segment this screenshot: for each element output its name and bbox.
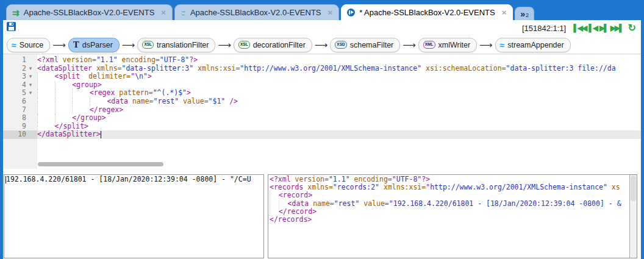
line-number: 1 xyxy=(3,56,26,65)
vertical-splitter[interactable] xyxy=(264,174,268,259)
pipeline-element-label: xmlWriter xyxy=(438,41,471,49)
indent-guide xyxy=(270,191,279,199)
code-line[interactable]: 3▾<split delimiter="\n"> xyxy=(3,73,641,81)
code-text: <regex pattern="^(.*)$"> xyxy=(37,89,641,98)
pipeline-element-decorationFilter[interactable]: XSLdecorationFilter xyxy=(234,38,312,52)
indent-guide xyxy=(72,89,90,98)
line-number: 5 xyxy=(3,89,26,98)
pipeline-element-xmlWriter[interactable]: XMLxmlWriter xyxy=(418,38,477,52)
tab-overflow-button[interactable]: »2 xyxy=(515,7,534,20)
editor-toolbar: [151842:1:1] ▌◀◀ ▌◀ ▶▌ ▶▶▌ ↻ xyxy=(3,20,641,37)
gutter-cell: 3▾ xyxy=(3,73,37,81)
line-number: 3 xyxy=(3,73,26,81)
code-line[interactable]: 7</regex> xyxy=(3,106,641,115)
tab-events-3[interactable]: * Apache-SSLBlackBox-V2.0-EVENTS× xyxy=(341,4,513,20)
indent-guide xyxy=(55,81,73,90)
pipeline-element-streamAppender[interactable]: ≈streamAppender xyxy=(495,38,571,52)
stream-icon: ≈ xyxy=(500,41,505,49)
output-line: </records> xyxy=(270,216,635,224)
pipeline-element-dsParser[interactable]: TdsParser xyxy=(68,38,120,52)
code-editor[interactable]: 1<?xml version="1.1" encoding="UTF-8"?>2… xyxy=(3,54,641,169)
step-last-icon[interactable]: ▶▶▌ xyxy=(610,24,623,32)
step-forward-icon[interactable]: ▶▌ xyxy=(599,24,608,32)
tab-title: * Apache-SSLBlackBox-V2.0-EVENTS xyxy=(359,8,495,17)
scrollbar-thumb[interactable] xyxy=(631,176,636,201)
code-line[interactable]: 8</group> xyxy=(3,114,641,122)
indent-guide xyxy=(55,89,73,98)
code-line[interactable]: 9</split> xyxy=(3,122,641,131)
pipeline-element-label: translationFilter xyxy=(157,41,209,49)
indent-guide xyxy=(90,98,107,106)
indent-guide xyxy=(37,89,55,98)
code-text: </dataSplitter> xyxy=(37,130,641,139)
step-backward-icon[interactable]: ▌◀ xyxy=(589,24,597,32)
stepping-controls: [151842:1:1] ▌◀◀ ▌◀ ▶▌ ▶▶▌ ↻ xyxy=(522,20,636,36)
indent-guide xyxy=(72,98,90,106)
code-text: </regex> xyxy=(37,106,641,115)
code-line[interactable]: 6<data name="rest" value="$1" /> xyxy=(3,98,641,106)
code-text: </group> xyxy=(37,114,641,122)
line-number: 2 xyxy=(3,65,26,73)
indent-guide xyxy=(55,98,73,106)
fold-arrow-icon: ▾ xyxy=(26,89,35,98)
gutter-cell: 4▾ xyxy=(3,81,37,90)
indent-guide xyxy=(55,114,73,122)
line-number: 8 xyxy=(3,114,26,122)
code-line[interactable]: 2▾<dataSplitter xmlns="data-splitter:3" … xyxy=(3,65,641,73)
code-line[interactable]: 5▾<regex pattern="^(.*)$"> xyxy=(3,89,641,98)
output-line: <records xmlns="records:2" xmlns:xsi="ht… xyxy=(270,183,635,191)
horizontal-splitter[interactable] xyxy=(3,169,641,174)
input-data-pane[interactable]: 192.168.4.220/61801 - [18/Jan/2020:12:39… xyxy=(4,174,264,258)
output-line: </record> xyxy=(270,208,635,216)
fold-arrow-icon: ▾ xyxy=(26,81,35,90)
pipeline-element-schemaFilter[interactable]: XSDschemaFilter xyxy=(330,38,400,52)
gutter-cell: 6 xyxy=(3,98,37,106)
window-frame-left xyxy=(0,0,3,259)
refresh-icon[interactable]: ↻ xyxy=(628,23,636,33)
overflow-count: 2 xyxy=(526,13,529,18)
code-line[interactable]: 1<?xml version="1.1" encoding="UTF-8"?> xyxy=(3,56,641,65)
tab-events-1[interactable]: ⇉Apache-SSLBlackBox-V2.0-EVENTS× xyxy=(6,4,173,20)
tab-title: Apache-SSLBlackBox-V2.0-EVENTS xyxy=(190,8,321,17)
step-first-icon[interactable]: ▌◀◀ xyxy=(573,24,586,32)
editor-h-scrollbar[interactable] xyxy=(38,162,163,166)
stream-reference: [151842:1:1] xyxy=(522,24,566,33)
indent-guide xyxy=(37,81,55,90)
output-v-scrollbar[interactable] xyxy=(629,175,637,258)
tab-bar: ⇉Apache-SSLBlackBox-V2.0-EVENTS×→←Apache… xyxy=(6,4,534,20)
pipeline-arrow-icon: ⟶ xyxy=(402,40,416,49)
close-icon[interactable]: × xyxy=(328,9,333,16)
fold-spacer xyxy=(26,106,35,115)
indent-guide xyxy=(37,114,55,122)
code-line[interactable]: 4▾<group> xyxy=(3,81,641,90)
indent-guide xyxy=(72,106,90,115)
code-text: <data name="rest" value="$1" /> xyxy=(37,98,641,106)
close-icon[interactable]: × xyxy=(502,9,507,16)
pipeline-element-label: Source xyxy=(20,41,44,49)
pipeline-element-translationFilter[interactable]: XSLtranslationFilter xyxy=(137,38,215,52)
indent-guide xyxy=(37,98,55,106)
translation-icon: →← xyxy=(181,10,186,16)
xsl-icon: XSL xyxy=(238,41,250,49)
output-data-pane[interactable]: <?xml version="1.1" encoding="UTF-8"?><r… xyxy=(268,174,637,258)
save-icon[interactable] xyxy=(7,22,16,31)
pipeline-element-Source[interactable]: ≈Source xyxy=(7,38,50,52)
gutter-cell: 7 xyxy=(3,106,37,115)
fold-arrow-icon: ▾ xyxy=(26,65,35,73)
fold-spacer xyxy=(26,122,35,131)
pipeline-element-label: streamAppender xyxy=(507,41,564,49)
gutter-cell: 1 xyxy=(3,56,37,65)
code-line[interactable]: 10</dataSplitter> xyxy=(3,130,641,139)
line-number: 10 xyxy=(3,130,26,139)
code-text: <split delimiter="\n"> xyxy=(37,73,641,81)
editor-lines: 1<?xml version="1.1" encoding="UTF-8"?>2… xyxy=(3,56,641,139)
xsl-icon: XSL xyxy=(142,41,154,49)
close-icon[interactable]: × xyxy=(161,9,166,16)
pipeline-element-label: schemaFilter xyxy=(350,41,394,49)
xsd-icon: XSD xyxy=(335,41,346,49)
tab-events-2[interactable]: →←Apache-SSLBlackBox-V2.0-EVENTS× xyxy=(174,4,339,20)
fold-spacer xyxy=(26,56,35,65)
output-data-text: <?xml version="1.1" encoding="UTF-8"?><r… xyxy=(268,175,637,224)
line-number: 4 xyxy=(3,81,26,90)
gutter-cell: 2▾ xyxy=(3,65,37,73)
